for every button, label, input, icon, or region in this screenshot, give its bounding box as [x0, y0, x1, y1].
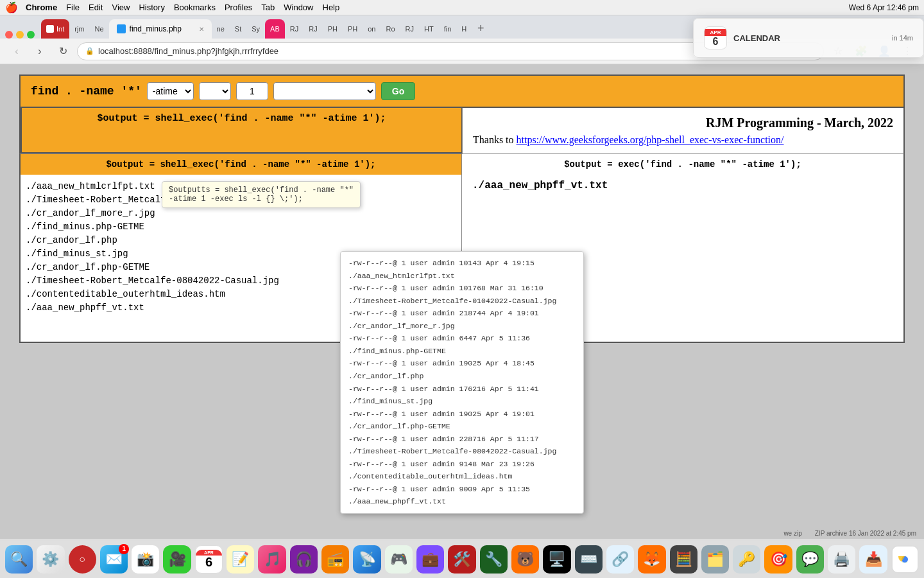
- file-listing-line-3: -rw-r--r--@ 1 user admin 218744 Apr 4 19…: [348, 307, 576, 332]
- dock-printer[interactable]: 🖨️: [828, 545, 855, 574]
- dock-timing[interactable]: ⌨️: [575, 545, 603, 574]
- dock-bear[interactable]: 🐻: [511, 545, 539, 574]
- tab-ht[interactable]: HT: [419, 19, 439, 39]
- dock: 🔍 ⚙️ ○ ✉️ 1 📸 🎥 APR 6 📝 🎵 🎧 📻 📡 🎮 💼 🛠️ 🔧…: [0, 539, 924, 578]
- dock-music[interactable]: 🎵: [258, 545, 286, 574]
- tab-ne2[interactable]: ne: [212, 19, 230, 39]
- tab-rjm[interactable]: rjm: [69, 19, 89, 39]
- file-listing-line-7: -rw-r--r--@ 1 user admin 19025 Apr 4 19:…: [348, 408, 576, 433]
- dock-bbedit[interactable]: 🔧: [480, 545, 508, 574]
- calendar-icon: APR 6: [704, 26, 727, 49]
- tooltip-line2: -atime 1 -exec ls -l {} \;');: [169, 195, 354, 204]
- file-listing-line-2: -rw-r--r--@ 1 user admin 101768 Mar 31 1…: [348, 282, 576, 307]
- atime-select[interactable]: -atime -mtime -ctime: [147, 82, 194, 100]
- menu-tab[interactable]: Tab: [261, 3, 275, 12]
- bottom-status-right: ZIP archive 16 Jan 2022 at 2:45 pm: [815, 530, 916, 537]
- apple-menu[interactable]: 🍎: [5, 1, 18, 13]
- sign-select[interactable]: + -: [199, 82, 231, 100]
- tab-find-minus[interactable]: find_minus.php ✕: [109, 19, 212, 39]
- file-listing-line-4: -rw-r--r--@ 1 user admin 6447 Apr 5 11:3…: [348, 332, 576, 357]
- dock-calculator[interactable]: 🧮: [670, 545, 697, 574]
- dock-messages[interactable]: 💬: [796, 545, 824, 574]
- menu-view[interactable]: View: [112, 3, 130, 12]
- dock-terminal[interactable]: 🖥️: [543, 545, 570, 574]
- dock-mail[interactable]: ✉️ 1: [100, 545, 128, 574]
- dock-facetime[interactable]: 🎥: [163, 545, 191, 574]
- tab-ne1[interactable]: Ne: [90, 19, 109, 39]
- dock-podcasts[interactable]: 🎧: [290, 545, 318, 574]
- menu-history[interactable]: History: [139, 3, 164, 12]
- dock-instruments[interactable]: 🎯: [764, 545, 792, 574]
- header-right: RJM Programming - March, 2022 Thanks to …: [462, 108, 903, 153]
- dock-finder[interactable]: 🔍: [5, 545, 33, 574]
- exec-select[interactable]: -exec ls -l {} \;: [273, 82, 376, 100]
- tab-close-button[interactable]: ✕: [199, 26, 204, 33]
- tab-rj1[interactable]: RJ: [285, 19, 304, 39]
- file-listing-line-5: -rw-r--r--@ 1 user admin 19025 Apr 4 18:…: [348, 357, 576, 382]
- dock-chrome[interactable]: [891, 545, 919, 574]
- back-button[interactable]: ‹: [8, 42, 26, 60]
- tab-sy[interactable]: Sy: [246, 19, 265, 39]
- menu-edit[interactable]: Edit: [89, 3, 103, 12]
- bottom-status: we zip ZIP archive 16 Jan 2022 at 2:45 p…: [0, 527, 924, 539]
- dock-firefox[interactable]: 🦊: [638, 545, 665, 574]
- header-row: $output = shell_exec('find . -name "*" -…: [19, 108, 905, 153]
- tab-ro[interactable]: Ro: [381, 19, 400, 39]
- file-listing-line-9: -rw-r--r--@ 1 user admin 9148 Mar 23 19:…: [348, 458, 576, 483]
- tab-on[interactable]: on: [363, 19, 381, 39]
- reload-button[interactable]: ↻: [54, 42, 72, 60]
- dock-inkscape[interactable]: 🎮: [385, 545, 413, 574]
- dock-appstore[interactable]: 📡: [353, 545, 381, 574]
- dock-tor[interactable]: 💼: [416, 545, 444, 574]
- number-input[interactable]: 1: [236, 82, 268, 100]
- calendar-title: CALENDAR: [733, 33, 886, 43]
- tab-h[interactable]: H: [456, 19, 472, 39]
- minimize-window-button[interactable]: [16, 31, 24, 39]
- mail-badge: 1: [119, 544, 129, 554]
- calendar-notification-text: CALENDAR: [733, 33, 886, 43]
- dock-books[interactable]: 📻: [321, 545, 349, 574]
- tab-rj3[interactable]: RJ: [400, 19, 419, 39]
- go-button[interactable]: Go: [381, 82, 415, 100]
- dock-calendar[interactable]: APR 6: [195, 545, 223, 574]
- left-command-display: $output = shell_exec('find . -name "*" -…: [21, 154, 462, 175]
- tab-st[interactable]: St: [230, 19, 246, 39]
- menu-bookmarks[interactable]: Bookmarks: [174, 3, 216, 12]
- dock-app-red[interactable]: ○: [69, 545, 96, 574]
- tab-fin[interactable]: fin: [439, 19, 457, 39]
- calendar-notification[interactable]: APR 6 CALENDAR in 14m: [693, 18, 924, 58]
- dock-sequel[interactable]: 🔗: [606, 545, 634, 574]
- tab-ph2[interactable]: PH: [343, 19, 363, 39]
- tab-int[interactable]: Int: [41, 19, 69, 39]
- menu-chrome[interactable]: Chrome: [26, 3, 57, 12]
- geeksforgeeks-link[interactable]: https://www.geeksforgeeks.org/php-shell_…: [517, 134, 784, 145]
- header-thanks: Thanks to https://www.geeksforgeeks.org/…: [473, 134, 893, 146]
- dock-photos[interactable]: 📸: [132, 545, 159, 574]
- menu-profiles[interactable]: Profiles: [225, 3, 252, 12]
- calendar-day: 6: [713, 36, 719, 48]
- dock-sysprefs[interactable]: 🗂️: [701, 545, 729, 574]
- dock-notes[interactable]: 📝: [227, 545, 254, 574]
- output-line-3: ./cr_andor_lf_more_r.jpg: [26, 207, 456, 220]
- calendar-notification-time: in 14m: [892, 34, 913, 42]
- maximize-window-button[interactable]: [27, 31, 35, 39]
- tooltip-popup: $outputts = shell_exec('find . -name "*"…: [162, 181, 361, 208]
- dock-launchpad[interactable]: ⚙️: [37, 545, 64, 574]
- command-row: $output = shell_exec('find . -name "*" -…: [19, 153, 905, 175]
- menubar-time: Wed 6 Apr 12:46 pm: [849, 3, 919, 12]
- url-text: localhost:8888/find_minus.php?jhfgkjh,rr…: [98, 46, 278, 56]
- menu-help[interactable]: Help: [323, 3, 340, 12]
- file-listing-line-8: -rw-r--r--@ 1 user admin 228716 Apr 5 11…: [348, 433, 576, 458]
- tab-ab[interactable]: AB: [265, 19, 285, 39]
- tab-rj2[interactable]: RJ: [304, 19, 322, 39]
- tab-ph1[interactable]: PH: [323, 19, 343, 39]
- menu-window[interactable]: Window: [284, 3, 313, 12]
- new-tab-button[interactable]: +: [472, 19, 490, 37]
- close-window-button[interactable]: [5, 31, 13, 39]
- menu-file[interactable]: File: [66, 3, 80, 12]
- dock-downloads[interactable]: 📥: [859, 545, 887, 574]
- forward-button[interactable]: ›: [31, 42, 49, 60]
- dock-keychain[interactable]: 🔑: [733, 545, 760, 574]
- dock-filezilla[interactable]: 🛠️: [448, 545, 475, 574]
- file-listing-popup: -rw-r--r--@ 1 user admin 10143 Apr 4 19:…: [340, 251, 584, 514]
